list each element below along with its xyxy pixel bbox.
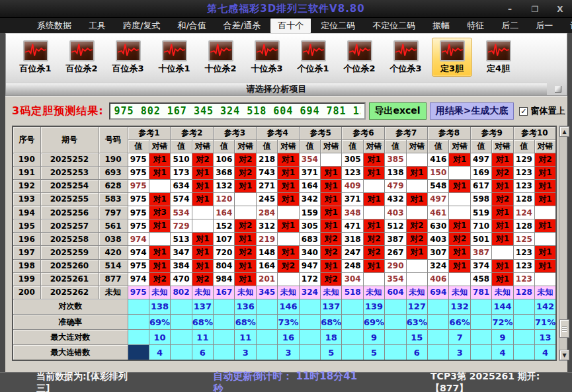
summary-spacer-9[interactable] [470, 345, 491, 360]
cell-ref-mark-3[interactable] [235, 206, 256, 219]
cell-ref-value-5[interactable]: 371 [299, 166, 320, 179]
cell-ref-value-1[interactable]: 974 [128, 246, 149, 259]
cell-ref-mark-2[interactable]: 未知 [192, 286, 213, 299]
toolbar-button-5[interactable]: 十位杀3 [247, 38, 287, 77]
summary-value-6[interactable]: 69% [363, 315, 384, 330]
cell-ref-value-10[interactable]: 123 [513, 179, 534, 192]
cell-ref-value-5[interactable]: 305 [299, 219, 320, 233]
cell-seq[interactable]: 199 [13, 272, 40, 286]
cell-ref-mark-6[interactable]: 未知 [363, 286, 384, 299]
cell-ref-mark-6[interactable] [363, 206, 384, 219]
maximize-icon[interactable]: ❐ [530, 5, 540, 14]
cell-ref-value-7[interactable]: 385 [385, 153, 406, 166]
cell-ref-mark-3[interactable]: 对2 [235, 219, 256, 233]
cell-ref-mark-1[interactable]: 对1 [149, 246, 170, 259]
summary-value-10[interactable]: 142 [535, 299, 556, 314]
topmost-checkbox[interactable]: ✓ [519, 107, 528, 116]
cell-issue[interactable]: 2025253 [40, 166, 99, 179]
cell-ref-value-7[interactable]: 479 [385, 179, 406, 192]
summary-spacer-10[interactable] [513, 315, 534, 330]
cell-ref-mark-2[interactable]: 对1 [192, 179, 213, 192]
cell-ref-mark-8[interactable] [449, 192, 470, 206]
summary-spacer-5[interactable] [299, 299, 320, 314]
cell-ref-mark-2[interactable] [192, 206, 213, 219]
cell-ref-mark-8[interactable] [449, 206, 470, 219]
cell-ref-mark-1[interactable]: 对2 [149, 272, 170, 286]
summary-value-9[interactable]: 72% [492, 315, 513, 330]
export-excel-button[interactable]: 导出excel [369, 102, 427, 120]
summary-value-8[interactable]: 132 [449, 299, 470, 314]
summary-spacer-4[interactable] [256, 299, 277, 314]
cell-ref-value-4[interactable]: 148 [256, 246, 277, 259]
cell-ref-value-3[interactable]: 164 [214, 206, 235, 219]
toolbar-button-10[interactable]: 定4胆 [478, 38, 518, 77]
cell-ref-value-8[interactable]: 630 [428, 219, 449, 233]
toolbar-button-3[interactable]: 十位杀1 [154, 38, 194, 77]
cell-ref-mark-3[interactable] [235, 192, 256, 206]
menu-item-1[interactable]: 工具 [81, 19, 113, 33]
cell-ref-mark-6[interactable]: 对1 [363, 219, 384, 233]
cell-ref-mark-2[interactable] [192, 219, 213, 233]
menu-item-10[interactable]: 后二 [494, 19, 526, 33]
menu-item-4[interactable]: 合差/通杀 [216, 19, 268, 33]
summary-value-5[interactable]: 137 [321, 299, 342, 314]
summary-value-1[interactable]: 138 [149, 299, 170, 314]
cell-ref-mark-10[interactable] [535, 272, 556, 286]
summary-value-6[interactable]: 5 [363, 345, 384, 360]
cell-number[interactable]: 797 [99, 206, 128, 219]
cell-number[interactable]: 693 [99, 166, 128, 179]
scroll-down-icon[interactable]: ▼ [559, 350, 569, 360]
cell-ref-value-3[interactable]: 167 [214, 286, 235, 299]
cell-ref-value-8[interactable]: 694 [428, 286, 449, 299]
menu-item-12[interactable]: 计划 [563, 19, 572, 33]
cell-number[interactable]: 未知 [99, 286, 128, 299]
cell-ref-value-5[interactable]: 324 [299, 286, 320, 299]
cell-ref-mark-2[interactable]: 对1 [192, 246, 213, 259]
cell-seq[interactable]: 195 [13, 219, 40, 233]
cell-ref-mark-8[interactable]: 对1 [449, 259, 470, 272]
cell-number[interactable]: 628 [99, 179, 128, 192]
cell-ref-value-6[interactable]: 247 [342, 246, 363, 259]
cell-issue[interactable]: 2025256 [40, 206, 99, 219]
cell-ref-value-2[interactable]: 513 [171, 233, 192, 246]
summary-value-8[interactable]: 3 [449, 345, 470, 360]
cell-number[interactable]: 190 [99, 153, 128, 166]
cell-ref-mark-1[interactable]: 对1 [149, 259, 170, 272]
cell-ref-mark-8[interactable]: 对1 [449, 219, 470, 233]
toolbar-button-7[interactable]: 个位杀2 [339, 38, 380, 77]
cell-ref-value-10[interactable]: 123 [513, 246, 534, 259]
cell-ref-mark-9[interactable]: 对1 [492, 153, 513, 166]
cell-ref-mark-7[interactable]: 对2 [406, 219, 427, 233]
cell-ref-mark-3[interactable]: 对2 [235, 166, 256, 179]
summary-spacer-1[interactable] [128, 315, 149, 330]
summary-spacer-3[interactable] [214, 315, 235, 330]
summary-spacer-6[interactable] [342, 315, 363, 330]
cell-ref-value-10[interactable]: 123 [513, 166, 534, 179]
cell-ref-mark-3[interactable]: 对1 [235, 233, 256, 246]
cell-ref-mark-1[interactable]: 对1 [149, 219, 170, 233]
summary-spacer-10[interactable] [513, 330, 534, 345]
scrollbar-thumb[interactable] [559, 319, 569, 338]
cell-ref-mark-6[interactable]: 对2 [363, 246, 384, 259]
cell-ref-mark-5[interactable]: 对1 [321, 192, 342, 206]
cell-ref-mark-10[interactable] [535, 206, 556, 219]
toolbar-button-1[interactable]: 百位杀2 [61, 38, 102, 77]
summary-value-5[interactable]: 5 [321, 345, 342, 360]
cell-ref-mark-9[interactable]: 对1 [492, 219, 513, 233]
cell-ref-mark-5[interactable]: 对2 [321, 233, 342, 246]
summary-value-2[interactable]: 68% [192, 315, 213, 330]
cell-number[interactable]: 514 [99, 259, 128, 272]
cell-ref-value-8[interactable]: 548 [428, 179, 449, 192]
cell-ref-mark-1[interactable]: 对1 [149, 192, 170, 206]
cell-ref-value-7[interactable]: 138 [385, 166, 406, 179]
cell-seq[interactable]: 191 [13, 166, 40, 179]
cell-ref-value-9[interactable]: 598 [470, 192, 491, 206]
cell-ref-mark-10[interactable]: 对2 [535, 153, 556, 166]
cell-ref-mark-1[interactable]: 对1 [149, 166, 170, 179]
cell-ref-mark-3[interactable]: 对1 [235, 179, 256, 192]
cell-ref-mark-1[interactable]: 对1 [149, 153, 170, 166]
summary-value-3[interactable]: 3 [235, 345, 256, 360]
cell-ref-value-3[interactable]: 107 [214, 233, 235, 246]
summary-value-10[interactable]: 13 [535, 330, 556, 345]
summary-value-5[interactable]: 18 [321, 330, 342, 345]
